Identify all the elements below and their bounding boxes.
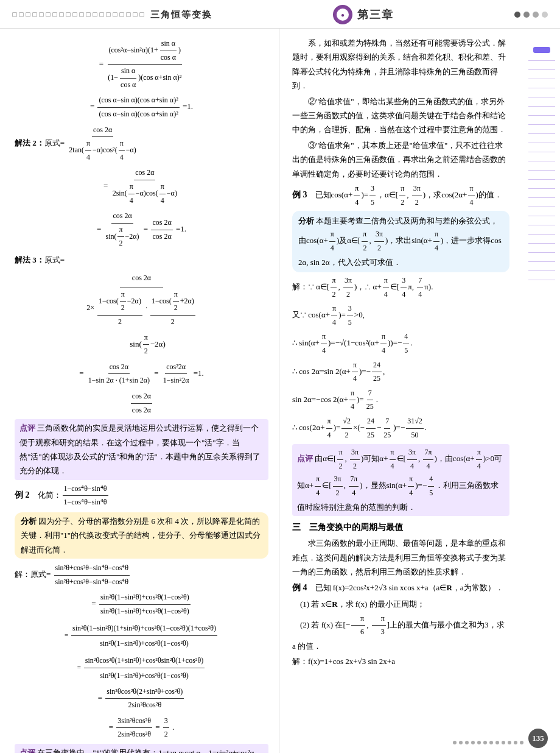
bd1 <box>453 741 457 744</box>
sq10 <box>72 12 77 17</box>
bd9 <box>502 741 505 744</box>
note-lines <box>528 60 555 280</box>
sq11 <box>79 12 84 17</box>
sq1 <box>12 12 17 17</box>
bottom-decorative-dots <box>453 741 523 744</box>
note-line-21 <box>528 243 555 244</box>
note-line-18 <box>528 216 555 216</box>
dianping3: 点评 由α∈[π2, 3π2)可知α+π4∈[3π4, 7π4)，由cos(α+… <box>292 444 509 516</box>
sq5 <box>39 12 44 17</box>
note-line-10 <box>528 143 555 143</box>
note-line-13 <box>528 170 555 171</box>
note-line-19 <box>528 225 555 225</box>
main-content: = (cos²α−sin²α)(1+sin αcos α) (1−sin αco… <box>0 29 560 753</box>
formula-block-4: = cos 2α sin(π2−2α) = cos 2α cos 2α =1. <box>15 210 268 250</box>
hdot4 <box>542 12 548 18</box>
question4-2: (2) 若 f(x) 在[−π6, π3]上的最大值与最小值之和为3，求 a 的… <box>292 612 509 654</box>
example3-label: 例 3 已知cos(α+π4)=35，α∈[π2, 3π2)，求cos(2α+π… <box>292 182 509 209</box>
note-label: 教学札记 <box>533 47 550 53</box>
solution3-label: 解法 3：原式= <box>15 253 268 267</box>
formula-block-6: = cos 2α 1−sin 2α · (1+sin 2α) = cos²2α … <box>15 361 268 387</box>
question4-1: (1) 若 x∈R，求 f(x) 的最小正周期； <box>292 597 509 611</box>
header-decorative-squares <box>12 12 144 17</box>
bd6 <box>483 741 487 744</box>
sq6 <box>46 12 51 17</box>
note-line-8 <box>528 124 555 125</box>
formula-ex2-5: = sin²θcos²θ(2+sin²θ+cos²θ) 2sin²θcos²θ <box>15 685 268 712</box>
sq2 <box>19 12 24 17</box>
chapter-icon: ● <box>333 5 352 24</box>
note-line-15 <box>528 188 555 189</box>
note-line-9 <box>528 133 555 134</box>
formula-block-3: = cos 2α 2sin(π4−α)cos(π4−α) <box>15 166 268 207</box>
solution3-text4: ∴ cos 2α=sin 2(α+π4)=−2425, <box>292 359 509 386</box>
bd11 <box>514 741 517 744</box>
formula-block-5: cos 2α 2× 1−cos(π2−2α) 2 · 1−cos(π2+2α) … <box>15 269 268 328</box>
right-p2: ②"给值求值"，即给出某些角的三角函数式的值，求另外一些三角函数式的值，这类求值… <box>292 94 509 137</box>
bd2 <box>459 741 463 744</box>
note-line-24 <box>528 270 555 271</box>
note-line-14 <box>528 179 555 180</box>
note-line-11 <box>528 152 555 152</box>
note-line-4 <box>528 88 555 88</box>
solution3-text5: sin 2α=−cos 2(α+π4)=725. <box>292 387 509 414</box>
note-line-2 <box>528 69 555 70</box>
fenxi2: 分析 因为分子、分母的幂指数分别是 6 次和 4 次，所以降幂是化简的关键．利用… <box>15 512 268 559</box>
example4-label: 例 4 已知 f(x)=2cos²x+2√3 sin xcos x+a（a∈R，… <box>292 580 509 595</box>
note-line-7 <box>528 115 555 116</box>
sq8 <box>59 12 64 17</box>
sq18 <box>126 12 131 17</box>
right-column: 教学札记 <box>280 29 560 753</box>
note-line-25 <box>528 280 555 280</box>
chapter-icon-inner: ● <box>337 9 349 21</box>
sq3 <box>26 12 30 17</box>
bd4 <box>471 741 475 744</box>
note-line-23 <box>528 261 555 262</box>
chapter-badge: ● 第三章 <box>333 5 394 24</box>
page-header: 三角恒等变换 ● 第三章 <box>0 0 560 29</box>
note-line-12 <box>528 161 555 161</box>
bd12 <box>520 741 523 744</box>
sq13 <box>93 12 97 17</box>
solution3-text3: ∴ sin(α+π4)=−√(1−cos²(α+π4))=−45. <box>292 330 509 357</box>
left-column: = (cos²α−sin²α)(1+sin αcos α) (1−sin αco… <box>0 29 280 753</box>
sq20 <box>139 12 144 17</box>
solution2-label: 解法 2：原式= cos 2α 2tan(π4−α)cos²(π4−α) <box>15 124 268 164</box>
hdot3 <box>533 12 539 18</box>
right-p1: 系，如和或差为特殊角，当然还有可能需要诱导公式．解题时，要利用观察得到的关系，结… <box>292 36 509 93</box>
note-line-3 <box>528 79 555 79</box>
dianping1: 点评 三角函数化简的实质是灵活地运用公式进行运算，使之得到一个便于观察和研究的结… <box>15 419 268 480</box>
chapter-subject-title: 三角恒等变换 <box>150 9 212 21</box>
sq7 <box>52 12 57 17</box>
note-line-22 <box>528 252 555 253</box>
formula-ex2-6: = 3sin²θcos²θ 2sin²θcos²θ = 3 2 . <box>15 715 268 741</box>
right-p3: ③"给值求角"，其本质上还是"给值求值"，只不过往往求出的值是特殊角的三角函数值… <box>292 138 509 181</box>
formula-equals-1: = <box>99 59 103 68</box>
solution3-text1: 解：∵ α∈[π2, 3π2)，∴ α+π4∈[34π, 74π). <box>292 274 509 301</box>
note-line-1 <box>528 60 555 61</box>
formula-block-2: = (cos α−sin α)(cos α+sin α)² (cos α−sin… <box>15 94 268 121</box>
sq4 <box>32 12 37 17</box>
solution4-start: 解：f(x)=1+cos 2x+√3 sin 2x+a <box>292 654 509 668</box>
note-sidebar: 教学札记 <box>523 47 560 280</box>
note-line-5 <box>528 97 555 97</box>
note-line-17 <box>528 207 555 207</box>
sq16 <box>113 12 117 17</box>
chapter-text: 第三章 <box>357 7 394 22</box>
fenxi3: 分析 本题主要考查二倍角公式及两角和与差的余弦公式，由cos(α+π4)及α∈[… <box>292 211 509 272</box>
header-left: 三角恒等变换 <box>12 9 212 21</box>
bd8 <box>495 741 499 744</box>
sq19 <box>133 12 138 17</box>
formula-ex2-3: = sin²θ(1−sin²θ)(1+sin²θ)+cos²θ(1−cos²θ)… <box>15 621 268 651</box>
formula-block-6b: cos 2αcos 2α <box>15 390 268 417</box>
solution-ex2: 解：原式= sin²θ+cos²θ−sin⁴θ−cos⁴θ sin²θ+cos²… <box>15 562 268 588</box>
bd7 <box>489 741 493 744</box>
sq17 <box>119 12 124 17</box>
solution3-text2: 又∵ cos(α+π4)=35>0, <box>292 302 509 329</box>
formula-ex2-2: = sin²θ(1−sin²θ)+cos²θ(1−cos²θ) sin²θ(1−… <box>15 591 268 618</box>
page-number: 135 <box>528 729 548 748</box>
formula-block-5b: sin(π2−2α) <box>15 331 268 358</box>
bd3 <box>465 741 469 744</box>
note-line-16 <box>528 197 555 198</box>
hdot2 <box>523 12 530 18</box>
